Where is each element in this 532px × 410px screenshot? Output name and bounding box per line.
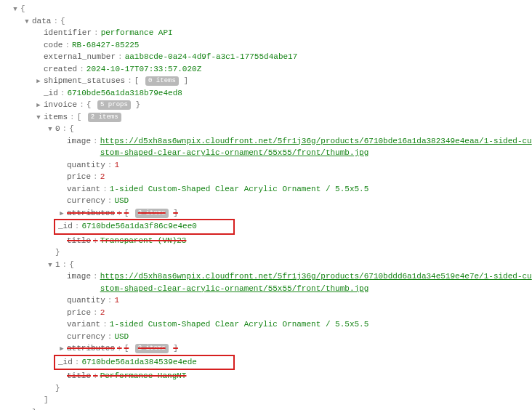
- row-item1-title: title:Performance HangNT: [0, 370, 532, 382]
- row-item1-attributes: ▶attributes:[ 2 items ]: [0, 342, 532, 355]
- row-external-number: external_number:aa1b8cde-0a24-4d9f-a3c1-…: [0, 51, 532, 63]
- row-items: ▼items:[ 2 items: [0, 111, 532, 124]
- row-item1-currency: currency:USD: [0, 331, 532, 343]
- row-item1-variant: variant:1-sided Custom-Shaped Clear Acry…: [0, 318, 532, 331]
- row-item0-quantity: quantity:1: [0, 159, 532, 172]
- item1-close: }: [0, 382, 532, 395]
- row-item0-variant: variant:1-sided Custom-Shaped Clear Acry…: [0, 183, 532, 196]
- row-item1-quantity: quantity:1: [0, 294, 532, 307]
- row-identifier: identifier:performance API: [0, 27, 532, 39]
- row-created: created:2024-10-17T07:33:57.020Z: [0, 63, 532, 76]
- chevron-right-icon[interactable]: ▶: [35, 77, 42, 87]
- count-badge: 2 items: [88, 113, 121, 122]
- chevron-right-icon[interactable]: ▶: [58, 209, 65, 220]
- row-data-id: _id:6710bde56a1da318b79e4ed8: [0, 87, 532, 100]
- highlight-box: _id:6710bde56a1da3f86c9e4ee0: [54, 219, 235, 235]
- row-item0-attributes: ▶attributes:[ 2 items ]: [0, 207, 532, 220]
- chevron-right-icon[interactable]: ▶: [58, 345, 65, 355]
- row-item0-currency: currency:USD: [0, 195, 532, 207]
- count-badge: 5 props: [97, 100, 131, 110]
- chevron-down-icon[interactable]: ▼: [23, 17, 31, 28]
- row-item1-price: price:2: [0, 307, 532, 319]
- count-badge: 0 items: [145, 76, 179, 86]
- row-item0-title: title:Transparent (VN)23: [0, 235, 532, 247]
- row-item1-image: image:https://d5xh8as6wnpix.cloudfront.n…: [0, 270, 532, 294]
- chevron-right-icon[interactable]: ▶: [35, 101, 42, 111]
- image-link[interactable]: https://d5xh8as6wnpix.cloudfront.net/5fr…: [100, 135, 532, 159]
- item0-close: }: [0, 246, 532, 259]
- row-item0-image: image:https://d5xh8as6wnpix.cloudfront.n…: [0, 135, 532, 159]
- count-badge: 2 items: [135, 209, 169, 218]
- highlight-box: _id:6710bde56a1da384539e4ede: [54, 355, 235, 371]
- image-link[interactable]: https://d5xh8as6wnpix.cloudfront.net/5fr…: [100, 270, 532, 294]
- row-item-1: ▼1:{: [0, 259, 532, 271]
- chevron-down-icon[interactable]: ▼: [12, 5, 19, 15]
- items-close: ]: [0, 394, 532, 406]
- row-item-0: ▼0:{: [0, 123, 532, 135]
- count-badge: 2 items: [135, 344, 169, 353]
- row-item1-id-highlight: _id:6710bde56a1da384539e4ede: [0, 355, 532, 371]
- chevron-down-icon[interactable]: ▼: [47, 261, 54, 271]
- row-shipment-statuses: ▶shipment_statuses:[ 0 items ]: [0, 75, 532, 87]
- row-code: code:RB-68427-85225: [0, 39, 532, 52]
- data-close: }: [0, 406, 532, 411]
- root-open: ▼{: [0, 3, 532, 15]
- key-data: data: [32, 17, 51, 25]
- row-item0-id-highlight: _id:6710bde56a1da3f86c9e4ee0: [0, 219, 532, 235]
- chevron-down-icon[interactable]: ▼: [47, 125, 54, 135]
- row-invoice: ▶invoice:{ 5 props }: [0, 99, 532, 111]
- data-key-line: ▼data:{: [0, 15, 532, 28]
- chevron-down-icon[interactable]: ▼: [35, 113, 42, 124]
- row-item0-price: price:2: [0, 171, 532, 183]
